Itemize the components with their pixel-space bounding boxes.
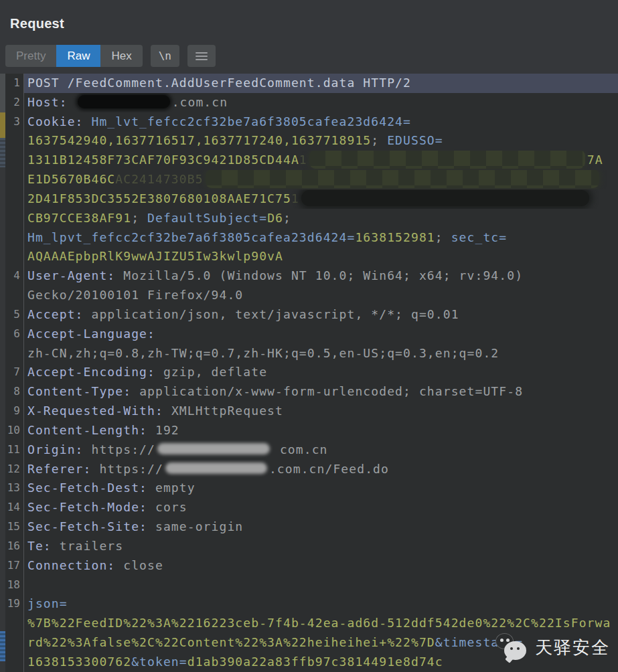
token: DefaultSubject= [147, 211, 267, 225]
token: Origin: [27, 442, 92, 456]
line-content: X-Requested-With: XMLHttpRequest [23, 402, 618, 421]
line-number [5, 209, 23, 228]
token: 1638152981 [355, 230, 435, 244]
token: Sec-Fetch-Mode: [27, 500, 155, 514]
code-line: 1POST /FeedComment.AddUserFeedComment.da… [5, 74, 618, 93]
token: trailers [60, 539, 124, 553]
newline-toggle-button[interactable]: \n [151, 45, 179, 67]
line-number: 17 [5, 556, 23, 576]
token: cors [155, 500, 187, 514]
menu-button[interactable] [187, 45, 216, 67]
code-line: 10Content-Length: 192 [5, 421, 618, 440]
code-line: 2Host: .com.cn [5, 93, 618, 112]
token: Cookie: [27, 114, 92, 129]
line-number: 18 [5, 576, 23, 595]
redaction-blur [165, 463, 267, 474]
scroll-marker-strip [0, 74, 5, 672]
token: d1ab390a22a83ffb97c3814491e8d74c [187, 655, 443, 669]
hamburger-icon [196, 52, 208, 60]
token: empty [155, 481, 196, 495]
line-number: 6 [5, 325, 23, 344]
request-editor[interactable]: 1POST /FeedComment.AddUserFeedComment.da… [0, 74, 618, 672]
token: ; [283, 211, 291, 225]
token: 1638153300762 [27, 655, 131, 669]
view-toolbar: Pretty Raw Hex \n [5, 45, 216, 67]
tab-pretty[interactable]: Pretty [5, 45, 56, 67]
panel-title: Request [10, 16, 64, 31]
line-content: Accept-Language: [23, 325, 618, 344]
code-line: 11Origin: https:// com.cn [5, 440, 618, 460]
token: Te: [27, 539, 60, 553]
token: close [123, 558, 163, 572]
line-content: Host: .com.cn [23, 93, 618, 112]
token: https:// [99, 462, 163, 476]
token: User-Agent: [27, 268, 123, 282]
token: Hm_lpvt_fefcc2cf32be7a6f3805cafea23d6424… [27, 230, 355, 244]
token: 1 [291, 191, 299, 205]
line-content: 1637542940,1637716517,1637717240,1637718… [23, 131, 618, 151]
token: X-Requested-With: [27, 404, 171, 418]
token: Mozilla/5.0 (Windows NT 10.0; Win64; x64… [123, 268, 523, 282]
request-panel-header: Request Pretty Raw Hex \n [0, 0, 618, 74]
watermark: 天驿安全 [495, 633, 610, 661]
token: &token= [131, 655, 187, 669]
token: Referer: [27, 462, 99, 476]
token: .com.cn [172, 95, 228, 109]
line-number [5, 189, 23, 209]
wechat-icon [495, 633, 528, 661]
line-number: 3 [5, 112, 23, 132]
token: application/json, text/javascript, */*; … [92, 307, 459, 321]
line-content: E1D5670B46CAC2414730B5 [23, 170, 618, 189]
token: Content-Length: [27, 423, 155, 437]
token: Sec-Fetch-Site: [27, 519, 155, 533]
line-content: Content-Type: application/x-www-form-url… [23, 382, 618, 402]
token: rd%22%3Afalse%2C%22Content%22%3A%22heihe… [27, 635, 435, 649]
code-line: 15Sec-Fetch-Site: same-origin [5, 517, 618, 537]
selected-line-content: POST /FeedComment.AddUserFeedComment.dat… [23, 74, 618, 93]
line-number: 9 [5, 402, 23, 421]
line-number: 15 [5, 517, 23, 537]
line-content: zh-CN,zh;q=0.8,zh-TW;q=0.7,zh-HK;q=0.5,e… [23, 344, 618, 363]
code-line: 9X-Requested-With: XMLHttpRequest [5, 402, 618, 421]
line-content: User-Agent: Mozilla/5.0 (Windows NT 10.0… [23, 266, 618, 286]
token: Accept-Language: [27, 327, 155, 341]
code-line: 4User-Agent: Mozilla/5.0 (Windows NT 10.… [5, 266, 618, 286]
line-number: 13 [5, 479, 23, 498]
redaction-blur [206, 170, 599, 188]
token: same-origin [155, 519, 243, 533]
line-content: Te: trailers [23, 537, 618, 556]
token: 1637542940,1637716517,1637717240,1637718… [27, 133, 371, 147]
token: ; [371, 133, 387, 147]
line-number [5, 170, 23, 189]
token: json= [27, 596, 68, 610]
line-content: Origin: https:// com.cn [23, 440, 618, 460]
line-number: 11 [5, 440, 23, 460]
code-line: 14Sec-Fetch-Mode: cors [5, 498, 618, 517]
token: Host: [27, 95, 76, 109]
token: %7B%22FeedID%22%3A%2216223ceb-7f4b-42ea-… [27, 616, 611, 630]
line-content: 2D41F853DC3552E3807680108AAE71C751 [23, 189, 618, 209]
code-line: zh-CN,zh;q=0.8,zh-TW;q=0.7,zh-HK;q=0.5,e… [5, 344, 618, 363]
tab-raw[interactable]: Raw [56, 45, 100, 67]
line-number [5, 247, 23, 266]
marker-yellow [0, 112, 5, 138]
token: com.cn [272, 442, 328, 456]
tab-hex[interactable]: Hex [100, 45, 142, 67]
token: AC2414730B5 [115, 172, 203, 186]
token: CB97CCE38AF91 [27, 211, 131, 225]
token: Hm_lvt_fefcc2cf32be7a6f3805cafea23d6424= [92, 114, 411, 129]
code-line: Gecko/20100101 Firefox/94.0 [5, 286, 618, 305]
line-number [5, 653, 23, 672]
line-number [5, 614, 23, 633]
view-mode-tabs: Pretty Raw Hex [5, 45, 143, 67]
line-number [5, 228, 23, 248]
line-number [5, 131, 23, 151]
code-line: 12Referer: https://.com.cn/Feed.do [5, 460, 618, 479]
token: https:// [92, 442, 156, 456]
token: Sec-Fetch-Dest: [27, 481, 155, 495]
line-number: 2 [5, 93, 23, 112]
token: E1D5670B46C [27, 172, 115, 186]
line-number: 16 [5, 537, 23, 556]
line-content: Sec-Fetch-Dest: empty [23, 479, 618, 498]
code-line: Hm_lpvt_fefcc2cf32be7a6f3805cafea23d6424… [5, 228, 618, 248]
